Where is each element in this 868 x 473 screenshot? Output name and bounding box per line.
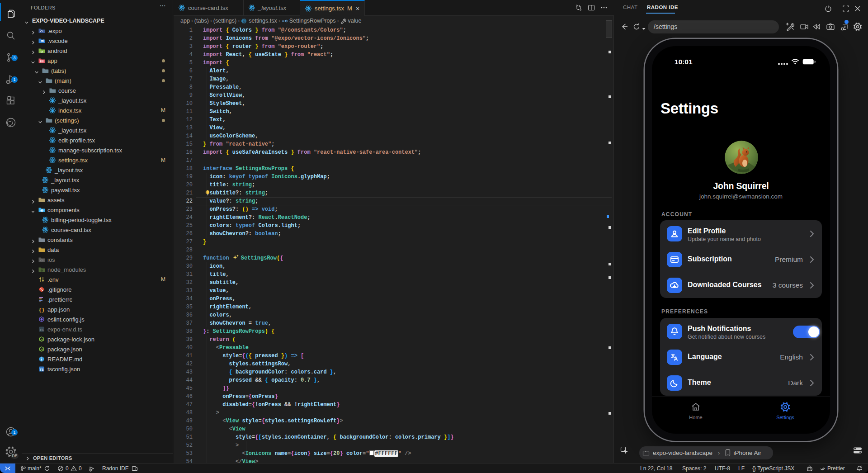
svg-text:JS: JS <box>40 338 43 341</box>
svg-text:JS: JS <box>40 348 43 351</box>
svg-text:TS: TS <box>40 328 44 331</box>
svg-text:iOS: iOS <box>40 260 44 262</box>
svg-text:{}: {} <box>38 307 44 313</box>
svg-text:TS: TS <box>40 368 44 371</box>
